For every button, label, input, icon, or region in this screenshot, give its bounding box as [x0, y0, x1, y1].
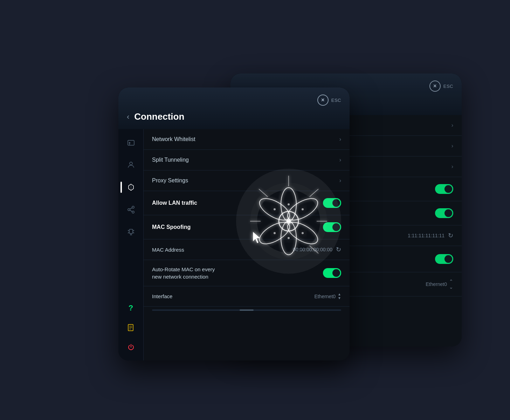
menu-proxy-settings[interactable]: Proxy Settings › [144, 170, 350, 191]
menu-split-label: Split Tunneling [152, 157, 189, 163]
toggle-switch-autorotate-back[interactable] [435, 254, 453, 264]
menu-whitelist-label: Network Whitelist [152, 136, 195, 142]
toggle-knob [332, 199, 340, 207]
svg-point-2 [130, 162, 132, 165]
interface-label: Interface [152, 293, 172, 299]
mac-value-text: 00:00:00:00:00:00 [293, 247, 332, 252]
scroll-bar-thumb [240, 309, 254, 311]
svg-rect-0 [128, 140, 134, 145]
close-button-back[interactable]: × [429, 80, 441, 92]
interface-value: Ethernet0 [314, 294, 336, 299]
close-row-front: × ESC [127, 94, 341, 106]
panel-title-front: Connection [134, 111, 184, 122]
interface-value-back: Ethernet0 [426, 281, 447, 287]
toggle-knob [444, 255, 452, 263]
toggle-knob [444, 209, 452, 217]
mac-value-text: 1:11:11:11:11:11 [408, 233, 444, 238]
interface-chevron-updown: ▲▼ [338, 293, 341, 300]
toggle-knob [332, 223, 340, 231]
panel-top-front: × ESC ‹ Connection [118, 88, 350, 129]
sidebar-icon-vpn[interactable] [125, 136, 137, 149]
menu-split-tunneling[interactable]: Split Tunneling › [144, 150, 350, 170]
mac-address-value: 00:00:00:00:00:00 ↻ [293, 246, 341, 253]
sidebar-bottom: ? [125, 302, 137, 354]
mac-spoofing-row: MAC Spoofing [144, 215, 350, 239]
chevron-right-icon: › [339, 157, 341, 163]
chevron-right-icon: › [339, 136, 341, 142]
toggle-switch-mac-back[interactable] [435, 208, 453, 218]
auto-rotate-label: Auto-Rotate MAC on everynew network conn… [152, 266, 215, 280]
sidebar-icon-debug[interactable] [125, 226, 137, 238]
scroll-indicator [152, 309, 341, 311]
mac-address-value-back: 1:11:11:11:11:11 ↻ [408, 232, 453, 239]
menu-network-whitelist[interactable]: Network Whitelist › [144, 129, 350, 150]
sidebar-icon-power[interactable] [125, 341, 137, 354]
panel-content-front[interactable]: Network Whitelist › Split Tunneling › Pr… [144, 129, 350, 360]
close-button-front[interactable]: × [317, 94, 329, 106]
mac-address-row: MAC Address 00:00:00:00:00:00 ↻ [144, 239, 350, 260]
interface-row: Interface Ethernet0 ▲▼ [144, 286, 350, 307]
chevron-icon: › [452, 143, 453, 149]
sidebar-icon-changelog[interactable] [125, 321, 137, 334]
back-arrow-front[interactable]: ‹ [127, 112, 129, 121]
menu-proxy-label: Proxy Settings [152, 177, 188, 184]
mac-spoofing-label: MAC Spoofing [152, 224, 191, 230]
sidebar: ? [118, 129, 144, 360]
toggle-knob [332, 269, 340, 277]
refresh-icon-back[interactable]: ↻ [448, 232, 453, 239]
svg-rect-9 [129, 229, 133, 233]
sidebar-icon-connection[interactable] [125, 181, 137, 194]
sidebar-icon-share[interactable] [125, 203, 137, 216]
mac-address-label: MAC Address [152, 247, 184, 253]
auto-rotate-row: Auto-Rotate MAC on everynew network conn… [144, 260, 350, 286]
svg-point-1 [129, 142, 130, 144]
toggle-knob [444, 185, 452, 193]
auto-rotate-toggle[interactable] [323, 268, 341, 278]
svg-point-6 [132, 211, 134, 213]
interface-dropdown[interactable]: Ethernet0 ▲▼ [314, 293, 341, 300]
svg-point-4 [132, 206, 134, 208]
chevron-icon: › [452, 122, 453, 128]
chevron-right-icon: › [339, 177, 341, 184]
allow-lan-traffic-row: Allow LAN traffic [144, 191, 350, 215]
svg-line-8 [130, 210, 132, 212]
panel-body-front: ? [118, 129, 350, 360]
esc-label-back: ESC [443, 84, 453, 89]
sidebar-icon-help[interactable]: ? [125, 302, 137, 314]
allow-lan-label: Allow LAN traffic [152, 200, 197, 206]
interface-select-back[interactable]: Ethernet0 ⌃⌄ [426, 279, 453, 290]
interface-chevron-back: ⌃⌄ [449, 279, 453, 290]
panel-front: × ESC ‹ Connection [118, 88, 350, 360]
refresh-icon[interactable]: ↻ [336, 246, 341, 253]
allow-lan-toggle[interactable] [323, 198, 341, 208]
svg-line-7 [130, 208, 132, 209]
title-row-front: ‹ Connection [127, 108, 341, 129]
esc-label-front: ESC [331, 98, 341, 103]
chevron-icon: › [452, 163, 453, 170]
toggle-switch-lan-back[interactable] [435, 184, 453, 194]
sidebar-icon-user[interactable] [125, 159, 137, 171]
svg-point-5 [128, 209, 130, 211]
mac-spoofing-toggle[interactable] [323, 222, 341, 232]
